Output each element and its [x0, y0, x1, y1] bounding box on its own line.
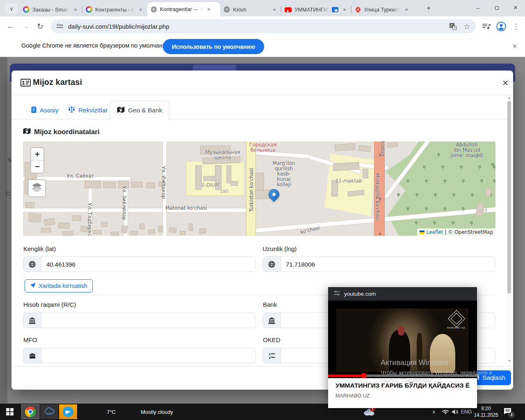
back-button[interactable]: ← — [6, 21, 16, 31]
weather-temp[interactable]: 7°C — [107, 404, 116, 420]
browser-tab[interactable]: УММАТИНГИЗ× — [281, 2, 351, 16]
map-marker-pin[interactable] — [267, 187, 282, 202]
globe-icon — [224, 6, 230, 13]
tab-search-button[interactable]: ∨ — [5, 3, 18, 14]
globe-icon — [263, 257, 281, 272]
map-icon — [117, 107, 125, 114]
map-attribution: Leaflet | © OpenStreetMap — [417, 228, 495, 236]
svg-text:A: A — [453, 26, 456, 30]
forward-button[interactable]: → — [21, 21, 30, 31]
ukraine-flag-icon — [420, 231, 425, 234]
show-on-map-button[interactable]: Xaritada ko'rsatish — [25, 279, 93, 292]
scrollbar-thumb[interactable] — [507, 101, 511, 294]
modal-header: Mijoz kartasi × — [11, 71, 513, 95]
maximize-icon — [495, 6, 499, 10]
browser-tab[interactable]: Контрагенты - Sm× — [82, 2, 147, 16]
field-input[interactable] — [41, 348, 256, 363]
oneway-arrow-icon: ↑ — [378, 197, 382, 203]
zoom-out-button[interactable]: − — [31, 160, 43, 173]
modal-tab-geo-bank[interactable]: Geo & Bank — [110, 101, 169, 120]
tree-icon — [433, 221, 436, 225]
oneway-arrow-icon: ↓ — [378, 231, 382, 236]
address-bar[interactable]: daily-suvi.com/19l/public/mijozlar.php Г… — [51, 19, 476, 33]
tree-icon — [476, 154, 479, 158]
new-tab-button[interactable]: + — [423, 3, 434, 14]
backdrop-fragment: C — [6, 190, 10, 197]
action-center-button[interactable]: 3 — [504, 408, 513, 416]
close-icon: × — [514, 4, 518, 12]
tree-icon — [441, 165, 444, 169]
browser-tab[interactable]: Kirish× — [220, 2, 281, 16]
tree-icon — [443, 179, 446, 183]
modal-scrollbar[interactable]: ▲ ▼ — [507, 95, 512, 363]
tree-icon — [452, 193, 455, 197]
tree-icon — [462, 207, 465, 211]
paper-plane-icon — [30, 283, 36, 290]
tab-close-icon[interactable]: × — [72, 6, 79, 13]
taskbar-telegram-button[interactable] — [59, 404, 77, 419]
weather-desc[interactable]: Mostly cloudy — [141, 404, 173, 420]
map-layers-button[interactable] — [28, 179, 46, 197]
taskbar-chrome-button[interactable] — [21, 404, 39, 419]
tab-close-icon[interactable]: × — [341, 6, 348, 13]
smartup-swirl-icon — [86, 6, 92, 13]
zoom-in-button[interactable]: + — [31, 148, 43, 160]
tree-icon — [452, 221, 454, 225]
lng-input[interactable] — [281, 257, 495, 272]
modal-tab-label: Rekvizitlar — [78, 107, 107, 114]
tab-close-icon[interactable]: × — [205, 6, 212, 13]
osm-link[interactable]: © OpenStreetMap — [448, 229, 493, 235]
field-input[interactable] — [41, 313, 256, 328]
tree-icon — [480, 179, 483, 183]
use-default-button[interactable]: Использовать по умолчанию — [163, 39, 264, 54]
tab-close-icon[interactable]: × — [271, 6, 278, 13]
taskbar-weather-app-button[interactable] — [40, 404, 58, 419]
leaflet-map[interactable]: ↓↑↓ ГородскаябольницаМузыкальнаяшколаMar… — [23, 142, 495, 236]
lng-label: Uzunlik (lng) — [262, 245, 297, 252]
numbered-list-icon: 12 — [263, 348, 281, 363]
bookmark-star-icon[interactable]: ☆ — [462, 21, 472, 31]
tree-icon — [406, 207, 409, 211]
leaflet-link[interactable]: Leaflet — [426, 229, 443, 235]
tree-icon — [471, 193, 474, 197]
tab-close-icon[interactable]: × — [403, 6, 410, 13]
channel-watermark-text: MARHABO UZ — [447, 326, 465, 329]
modal-title: Mijoz kartasi — [33, 78, 82, 87]
tab-close-icon[interactable]: × — [137, 6, 144, 13]
browser-tab-strip: ∨ Заказы - Smartup×Контрагенты - Sm×Kont… — [0, 0, 525, 16]
window-minimize-button[interactable]: – — [468, 0, 487, 16]
modal-tab-rekvizitlar[interactable]: Rekvizitlar — [62, 101, 114, 119]
field-input-group — [23, 313, 256, 328]
youtube-tab-preview-card[interactable]: youtube.com MARHABO UZ УММАТИНГИЗ ҒАРИБ … — [328, 287, 477, 408]
media-controls-icon[interactable] — [482, 21, 491, 31]
reload-button[interactable]: ↻ — [35, 21, 45, 31]
browser-tab[interactable]: Kontragentlar — s× — [147, 2, 220, 16]
browser-toolbar: ← → ↻ daily-suvi.com/19l/public/mijozlar… — [0, 16, 525, 36]
window-close-button[interactable]: × — [506, 0, 525, 16]
progress-knob[interactable] — [361, 373, 367, 379]
video-progress-bar[interactable] — [328, 374, 477, 377]
modal-close-icon[interactable]: × — [499, 76, 512, 89]
tree-icon — [406, 179, 409, 183]
map-pin-icon — [355, 6, 361, 13]
lat-label: Kenglik (lat) — [23, 245, 56, 252]
window-maximize-button[interactable] — [487, 0, 506, 16]
screen: ∨ Заказы - Smartup×Контрагенты - Sm×Kont… — [0, 0, 525, 420]
bank-icon — [263, 313, 281, 328]
svg-text:1: 1 — [269, 353, 271, 356]
banner-close-icon[interactable]: × — [509, 41, 520, 52]
start-button[interactable] — [4, 404, 16, 420]
menu-kebab-icon[interactable]: ⋮ — [511, 21, 521, 31]
tree-icon — [460, 165, 463, 169]
site-info-icon[interactable] — [57, 23, 63, 29]
clipboard-icon — [31, 106, 37, 114]
browser-tab[interactable]: Улица Туркистон,× — [352, 2, 413, 16]
url-text[interactable]: daily-suvi.com/19l/public/mijozlar.php — [68, 23, 448, 30]
tree-icon — [470, 221, 473, 225]
video-title: УММАТИНГИЗ ҒАРИБ БЎЛДИ ҚАЙДАСИЗ Ё РАС... — [336, 382, 471, 389]
translate-icon[interactable]: ГA — [448, 21, 458, 31]
browser-tab[interactable]: Заказы - Smartup× — [20, 2, 82, 16]
modal-tab-asosiy[interactable]: Asosiy — [25, 101, 65, 119]
profile-avatar[interactable] — [496, 21, 506, 31]
lat-input[interactable] — [41, 257, 256, 272]
